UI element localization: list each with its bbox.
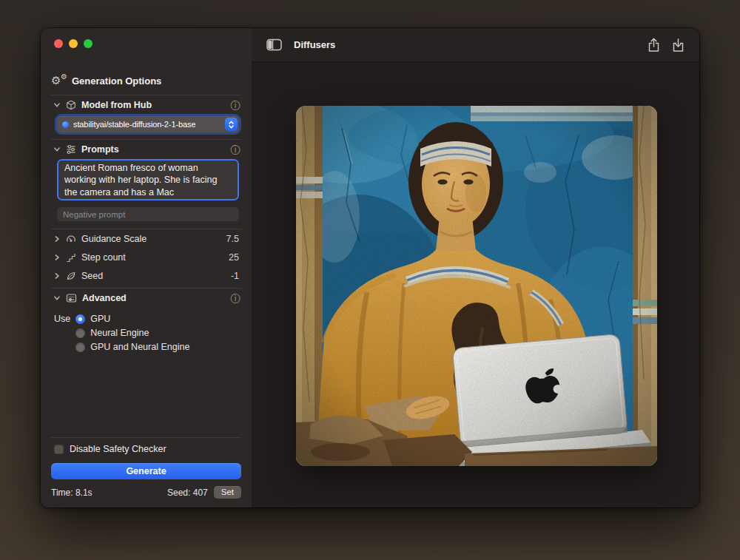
toggle-sidebar-button[interactable]	[266, 38, 282, 51]
window-controls	[54, 39, 92, 48]
save-button[interactable]	[672, 38, 684, 53]
chevron-down-icon	[53, 294, 61, 302]
chevron-down-icon	[53, 101, 61, 109]
guidance-scale-value: 7.5	[226, 234, 239, 244]
sidebar: ⚙⚙ Generation Options Model from Hub ⓘ s…	[41, 28, 252, 507]
leaf-icon	[66, 271, 76, 281]
model-from-hub-row[interactable]: Model from Hub ⓘ	[51, 95, 241, 115]
disable-safety-label: Disable Safety Checker	[70, 444, 166, 454]
advanced-icon	[66, 293, 77, 303]
compute-unit-group: Use GPU Neural Engine GPU and Neural Eng…	[54, 312, 241, 354]
sliders-icon	[66, 144, 76, 155]
radio-neural-engine-label: Neural Engine	[90, 328, 149, 338]
chevron-right-icon	[53, 235, 61, 243]
divider	[51, 437, 241, 438]
app-title: Diffusers	[294, 39, 335, 50]
diffusers-window: ⚙⚙ Generation Options Model from Hub ⓘ s…	[41, 28, 699, 507]
main-titlebar: Diffusers	[252, 28, 699, 62]
guidance-scale-row[interactable]: Guidance Scale 7.5	[51, 229, 241, 248]
seed-label: Seed	[81, 271, 103, 281]
gauge-icon	[66, 234, 76, 244]
prompt-input[interactable]: Ancient Roman fresco of woman working wi…	[57, 159, 239, 200]
radio-gpu-and-neural-engine[interactable]: GPU and Neural Engine	[75, 340, 189, 354]
minimize-button[interactable]	[69, 39, 78, 48]
close-button[interactable]	[54, 39, 63, 48]
save-image-icon	[672, 38, 684, 53]
negative-prompt-input[interactable]	[57, 207, 239, 221]
use-label: Use	[54, 312, 70, 354]
popup-stepper-icon	[225, 118, 238, 131]
radio-icon	[75, 328, 85, 338]
zoom-button[interactable]	[84, 39, 92, 48]
info-icon[interactable]: ⓘ	[231, 145, 241, 155]
steps-icon	[66, 252, 76, 263]
advanced-row[interactable]: Advanced ⓘ	[51, 289, 241, 308]
prompts-label: Prompts	[81, 144, 119, 155]
status-bar: Time: 8.1s Seed: 407 Set	[51, 486, 241, 499]
chevron-down-icon	[53, 146, 61, 153]
share-icon	[648, 38, 660, 53]
info-icon[interactable]: ⓘ	[231, 294, 241, 303]
time-status: Time: 8.1s	[51, 488, 92, 498]
guidance-scale-label: Guidance Scale	[81, 234, 147, 244]
model-dot-icon	[62, 121, 69, 128]
seed-value: -1	[231, 271, 239, 281]
model-from-hub-label: Model from Hub	[81, 100, 152, 110]
share-button[interactable]	[648, 38, 660, 53]
model-select[interactable]: stabilityai/stable-diffusion-2-1-base	[57, 116, 239, 132]
seed-status: Seed: 407	[167, 488, 208, 498]
prompts-row[interactable]: Prompts ⓘ	[51, 140, 241, 159]
generation-options-title: Generation Options	[72, 75, 161, 87]
radio-gpu-ne-label: GPU and Neural Engine	[90, 342, 189, 352]
main-panel: Diffusers	[252, 28, 699, 507]
step-count-label: Step count	[81, 252, 126, 263]
generation-options-header: ⚙⚙ Generation Options	[51, 74, 241, 87]
set-seed-button[interactable]: Set	[214, 486, 241, 499]
generated-image	[296, 106, 657, 466]
chevron-right-icon	[53, 272, 61, 280]
generated-image-art	[296, 106, 657, 466]
image-canvas	[252, 62, 699, 507]
radio-gpu[interactable]: GPU	[75, 312, 189, 325]
seed-row[interactable]: Seed -1	[51, 266, 241, 285]
generate-button[interactable]: Generate	[51, 463, 241, 479]
step-count-row[interactable]: Step count 25	[51, 248, 241, 266]
chevron-right-icon	[53, 254, 61, 261]
step-count-value: 25	[229, 252, 239, 263]
disable-safety-checkbox[interactable]: Disable Safety Checker	[54, 442, 241, 456]
radio-gpu-label: GPU	[90, 314, 110, 324]
checkbox-icon	[54, 445, 64, 454]
radio-selected-icon	[75, 314, 85, 324]
sidebar-bottom: Disable Safety Checker Generate Time: 8.…	[51, 437, 241, 499]
radio-neural-engine[interactable]: Neural Engine	[75, 326, 189, 340]
info-icon[interactable]: ⓘ	[231, 101, 241, 110]
radio-icon	[75, 343, 85, 352]
sidebar-toggle-icon	[266, 38, 282, 51]
gears-icon: ⚙⚙	[51, 74, 66, 87]
advanced-label: Advanced	[82, 293, 127, 303]
model-select-value: stabilityai/stable-diffusion-2-1-base	[73, 120, 195, 129]
cube-icon	[66, 100, 76, 110]
